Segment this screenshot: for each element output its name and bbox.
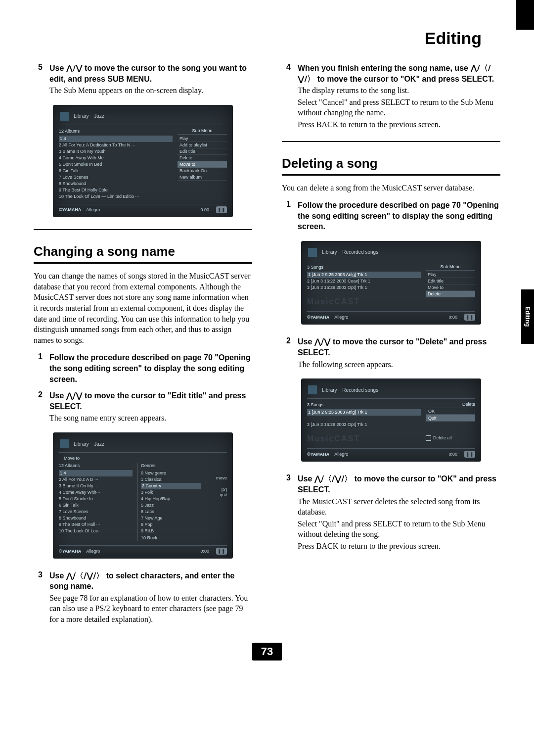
list-item[interactable]: 2 All For You: A Dedication To The N ··· [59,142,173,148]
pause-icon[interactable]: ❚❚ [464,451,475,458]
side-action[interactable]: quit [206,492,227,497]
submenu-title: Sub Menu [426,264,475,271]
list-item[interactable]: 10 The Look Of Love — Limited Editio ··· [59,193,173,200]
now-playing: Allegro [334,315,348,320]
delete-all-checkbox[interactable]: Delete all [426,435,475,441]
submenu-item[interactable]: Delete [426,291,475,297]
list-item[interactable]: 2 All For You: A D ··· [59,476,133,483]
divider [282,141,500,142]
list-item[interactable]: 10 Rock [141,535,201,541]
list-item[interactable]: 3 Blame It On My Youth [59,148,173,155]
list-item[interactable]: 4 Come Away With Me [59,155,173,161]
submenu-item[interactable]: Delete [178,155,227,161]
list-item[interactable]: 5 Don't Smoke In Bed [59,161,173,168]
screenshot-delete-confirm: Library Recorded songs 3 Songs 1 [Jun 2 … [301,378,481,462]
list-item[interactable]: 10 The Look Of Lov··· [59,528,133,534]
step-note: The song name entry screen appears. [49,413,252,424]
side-action[interactable]: move [206,475,227,480]
list-item[interactable]: 8 Snowbound [59,181,173,187]
submenu-item[interactable]: Play [178,136,227,142]
body-text: You can delete a song from the MusicCAST… [282,183,500,193]
now-playing: Allegro [86,207,100,212]
watermark: MusicCAST [307,296,421,307]
list-item[interactable]: 6 Girl Talk [59,168,173,174]
list-item[interactable]: 5 Jazz [141,502,201,509]
submenu-item[interactable]: Add to playlist [178,142,227,148]
submenu-item[interactable]: Edit title [426,278,475,284]
arrows-icon: ⋀/〈/⋁/〉 [66,571,104,580]
list-title: Genres [141,463,201,469]
list-item[interactable]: 1 [Jun 2 9:25 2003 Anlg] Trk 1 [307,409,421,416]
submenu-item[interactable]: Play [426,272,475,278]
brand-label: ©YAMAHA [307,452,329,457]
list-item[interactable]: 7 Love Scenes [59,174,173,181]
list-item[interactable]: 4 Come Away With··· [59,489,133,496]
list-item[interactable]: 1 Classical [141,476,201,483]
side-tab-label: Editing [524,307,531,327]
list-item[interactable]: 1 4 [59,136,173,142]
section-heading: Deleting a song [282,156,500,171]
step-text: Use ⋀/⋁ to move the cursor to the song y… [49,63,252,84]
step-number: 1 [34,352,43,384]
breadcrumb: Library Recorded songs [322,387,382,393]
pause-icon[interactable]: ❚❚ [216,206,227,213]
list-item[interactable]: 5 Don't Smoke In ··· [59,496,133,502]
time-label: 0:00 [448,315,457,320]
list-item [307,416,421,422]
left-column: 5 Use ⋀/⋁ to move the cursor to the song… [34,63,252,627]
step-text: Follow the procedure described on page 7… [298,200,500,232]
side-action[interactable]: [X] [206,487,227,492]
page-number: 73 [252,643,282,661]
divider [282,174,500,176]
breadcrumb: Library Jazz [74,441,108,447]
list-item[interactable]: 4 Hip Hop/Rap [141,496,201,502]
screenshot-moveto: Library Jazz Move to 12 Albums 1 4 2 All… [53,432,233,559]
moveto-label: Move to [64,456,227,461]
submenu-item[interactable]: Bookmark On [178,168,227,174]
app-logo-icon [308,248,317,257]
submenu-item[interactable]: Edit title [178,148,227,155]
submenu-item[interactable]: Move to [426,284,475,291]
list-item[interactable]: 9 The Best Of Holly Cole [59,187,173,193]
list-item[interactable]: 7 New Age [141,515,201,521]
step-number: 1 [282,200,291,232]
list-item[interactable]: 6 Latin [141,509,201,515]
brand-label: ©YAMAHA [307,315,329,320]
step-note: Press BACK to return to the previous scr… [298,119,500,130]
list-item[interactable]: 2 [Jun 3 16:22 2003 Coax] Trk 1 [307,278,421,284]
app-logo-icon [308,385,317,394]
list-item[interactable]: 3 Folk [141,489,201,496]
step-text: Use ⋀/〈/⋁/〉 to move the cursor to "OK" a… [298,473,500,495]
list-title: 12 Albums [59,128,173,135]
list-item[interactable]: 8 Snowbound [59,515,133,521]
list-item[interactable]: 7 Love Scenes [59,509,133,515]
pause-icon[interactable]: ❚❚ [216,548,227,555]
time-label: 0:00 [200,207,209,212]
ok-button[interactable]: OK [426,408,475,415]
list-item[interactable]: 1 4 [59,470,133,476]
list-item[interactable]: 3 Blame It On My ··· [59,483,133,489]
time-label: 0:00 [448,452,457,457]
step-note: Press BACK to return to the previous scr… [298,541,500,552]
step-number: 5 [34,63,43,96]
list-item[interactable]: 8 Pop [141,521,201,528]
arrows-icon: ⋀/〈/⋁/〉 [314,474,353,483]
quit-button[interactable]: Quit [426,415,475,422]
list-item[interactable]: 9 The Best Of Holl ··· [59,521,133,528]
step-text: When you finish entering the song name, … [298,63,500,84]
submenu-item[interactable]: Move to [178,161,227,168]
submenu-item[interactable]: New album [178,174,227,181]
divider [34,229,252,230]
list-item[interactable]: 1 [Jun 2 9:25 2003 Anlg] Trk 1 [307,272,421,278]
step-note: See page 78 for an explanation of how to… [49,593,252,625]
list-item[interactable]: 9 R&B [141,528,201,534]
divider [34,262,252,264]
list-item[interactable]: 2 Country [141,483,201,489]
list-item[interactable]: 6 Girl Talk [59,502,133,509]
pause-icon[interactable]: ❚❚ [464,314,475,321]
step-number: 4 [282,63,291,130]
list-item[interactable]: 0 New genre [141,470,201,476]
list-item[interactable]: 3 [Jun 3 16:29 2003 Opt] Trk 1 [307,422,421,428]
list-item[interactable]: 3 [Jun 3 16:29 2003 Opt] Trk 1 [307,284,421,291]
step-text: Use ⋀/⋁ to move the cursor to "Delete" a… [298,336,500,358]
